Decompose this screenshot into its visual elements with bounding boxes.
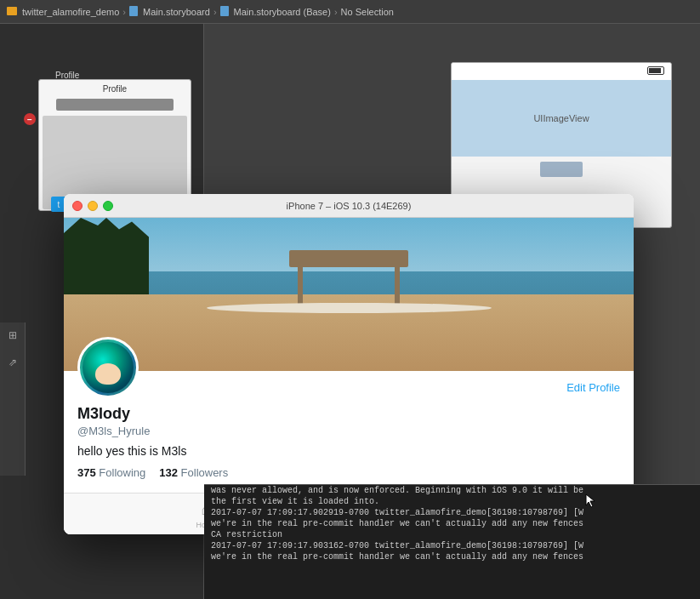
profile-name: M3lody	[77, 405, 620, 423]
console-line-4: we're in the real pre-commit handler we …	[204, 518, 700, 529]
scene-bar	[56, 99, 174, 111]
edit-profile-button[interactable]: Edit Profile	[566, 381, 620, 394]
followers-count: 132	[159, 466, 178, 479]
hero-pavilion	[289, 250, 408, 310]
following-stat: 375 Following	[77, 466, 145, 479]
avatar-and-edit-row: Edit Profile	[77, 371, 620, 398]
iphone-status-bar	[452, 63, 671, 80]
console-line-6: 2017-07-07 17:09:17.903162-0700 twitter_…	[204, 540, 700, 551]
inspector-icon[interactable]: ⊞	[6, 329, 20, 343]
avatar-hair	[83, 342, 134, 393]
simulator-window: iPhone 7 – iOS 10.3 (14E269)	[64, 194, 634, 534]
avatar-face	[95, 363, 121, 385]
breadcrumb-project[interactable]: twitter_alamofire_demo	[22, 7, 119, 17]
following-label: Following	[99, 466, 145, 479]
minimize-button[interactable]	[88, 201, 98, 211]
close-button[interactable]	[72, 201, 83, 211]
breadcrumb-bar: twitter_alamofire_demo › Main.storyboard…	[0, 0, 700, 24]
breadcrumb-selection: No Selection	[341, 7, 394, 17]
file-icon-storyboard	[129, 6, 139, 18]
scene-image-area: UIImageView	[452, 80, 671, 157]
followers-label: Followers	[181, 466, 229, 479]
simulator-title: iPhone 7 – iOS 10.3 (14E269)	[287, 201, 412, 211]
small-rect	[540, 162, 583, 177]
simulator-titlebar: iPhone 7 – iOS 10.3 (14E269)	[64, 194, 634, 218]
hero-vegetation	[64, 218, 149, 294]
pavilion-roof	[289, 250, 408, 267]
left-icons-panel: ⊞ ⇗	[0, 322, 26, 476]
followers-stat: 132 Followers	[159, 466, 228, 479]
following-count: 375	[77, 466, 96, 479]
profile-handle: @M3ls_Hyrule	[77, 425, 620, 437]
profile-section: Edit Profile M3lody @M3ls_Hyrule hello y…	[64, 371, 634, 479]
hero-platform	[207, 303, 492, 313]
battery-icon	[647, 66, 664, 75]
hero-image	[64, 218, 634, 371]
folder-icon-project	[7, 7, 19, 17]
maximize-button[interactable]	[103, 201, 113, 211]
console-area: was never allowed, and is now enforced. …	[204, 484, 700, 599]
profile-bio: hello yes this is M3ls	[77, 444, 620, 458]
profile-stats: 375 Following 132 Followers	[77, 466, 620, 479]
traffic-lights	[72, 201, 113, 211]
console-line-7: we're in the real pre-commit handler we …	[204, 551, 700, 562]
breadcrumb-storyboard[interactable]: Main.storyboard	[143, 7, 210, 17]
arrow-icon[interactable]: ⇗	[6, 357, 20, 370]
breadcrumb-storyboard-base[interactable]: Main.storyboard (Base)	[234, 7, 331, 17]
avatar-container	[77, 337, 139, 398]
console-line-3: 2017-07-07 17:09:17.902919-0700 twitter_…	[204, 507, 700, 518]
console-line-5: CA restriction	[204, 529, 700, 540]
console-line-2: the first view it is loaded into.	[204, 496, 700, 507]
red-minus-button[interactable]: −	[24, 113, 36, 125]
file-icon-storyboard-base	[220, 6, 230, 18]
profile-scene-box[interactable]: Profile	[38, 79, 191, 211]
uiimageview-label: UIImageView	[533, 113, 589, 123]
avatar	[77, 337, 139, 398]
scene-inner-label: Profile	[39, 80, 191, 94]
console-line-1: was never allowed, and is now enforced. …	[204, 485, 700, 496]
